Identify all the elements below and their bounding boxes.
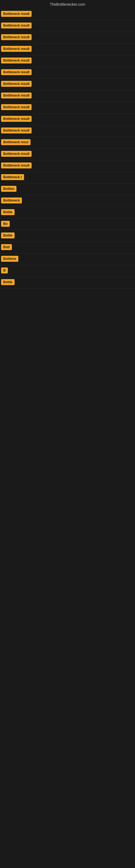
bottleneck-badge[interactable]: Bottleneck result xyxy=(1,11,32,17)
result-row: Bo xyxy=(0,219,135,230)
result-row: Bottleneck result xyxy=(0,160,135,172)
result-row: Bottleneck r xyxy=(0,172,135,184)
bottleneck-badge[interactable]: Bo xyxy=(1,221,10,227)
bottleneck-badge[interactable]: Bottleneck result xyxy=(1,34,32,40)
result-row: Bottleneck result xyxy=(0,44,135,55)
results-list: Bottleneck resultBottleneck resultBottle… xyxy=(0,9,135,289)
result-row: Bott xyxy=(0,242,135,254)
result-row: Bottleneck result xyxy=(0,125,135,137)
bottleneck-badge[interactable]: Bott xyxy=(1,244,12,250)
result-row: Bottleneck result xyxy=(0,149,135,160)
result-row: Bottle xyxy=(0,230,135,242)
site-title: TheBottlenecker.com xyxy=(0,0,135,9)
bottleneck-badge[interactable]: Bottleneck result xyxy=(1,151,32,157)
bottleneck-badge[interactable]: Bottleneck result xyxy=(1,104,32,110)
bottleneck-badge[interactable]: Bottleneck result xyxy=(1,23,32,29)
bottleneck-badge[interactable]: Bottlene xyxy=(1,256,18,262)
result-row: Bottleneck result xyxy=(0,32,135,44)
result-row: Bottlene xyxy=(0,254,135,265)
bottleneck-badge[interactable]: B xyxy=(1,268,8,273)
result-row: Bottleneck xyxy=(0,195,135,207)
result-row: Bottleneck result xyxy=(0,55,135,67)
result-row: Bottleneck resul xyxy=(0,137,135,149)
bottleneck-badge[interactable]: Bottleneck result xyxy=(1,93,32,98)
site-title-bar: TheBottlenecker.com xyxy=(0,0,135,9)
bottleneck-badge[interactable]: Bottle xyxy=(1,279,14,285)
bottleneck-badge[interactable]: Bottleneck resul xyxy=(1,139,31,145)
result-row: Bottlen xyxy=(0,184,135,195)
result-row: Bottleneck result xyxy=(0,90,135,102)
result-row: Bottleneck result xyxy=(0,114,135,125)
result-row: Bottleneck result xyxy=(0,67,135,79)
result-row: Bottle xyxy=(0,277,135,289)
result-row: Bottleneck result xyxy=(0,79,135,90)
bottleneck-badge[interactable]: Bottleneck r xyxy=(1,174,24,180)
bottleneck-badge[interactable]: Bottleneck result xyxy=(1,58,32,63)
bottleneck-badge[interactable]: Bottleneck xyxy=(1,197,22,204)
result-row: Bottle xyxy=(0,207,135,219)
result-row: Bottleneck result xyxy=(0,102,135,114)
bottleneck-badge[interactable]: Bottlen xyxy=(1,186,16,192)
result-row: Bottleneck result xyxy=(0,9,135,20)
result-row: B xyxy=(0,265,135,277)
bottleneck-badge[interactable]: Bottleneck result xyxy=(1,81,32,87)
bottleneck-badge[interactable]: Bottleneck result xyxy=(1,162,32,168)
bottleneck-badge[interactable]: Bottleneck result xyxy=(1,127,32,133)
result-row: Bottleneck result xyxy=(0,20,135,32)
bottleneck-badge[interactable]: Bottleneck result xyxy=(1,46,32,52)
bottleneck-badge[interactable]: Bottleneck result xyxy=(1,116,32,122)
bottleneck-badge[interactable]: Bottle xyxy=(1,209,14,215)
bottleneck-badge[interactable]: Bottleneck result xyxy=(1,69,32,75)
bottleneck-badge[interactable]: Bottle xyxy=(1,232,14,239)
